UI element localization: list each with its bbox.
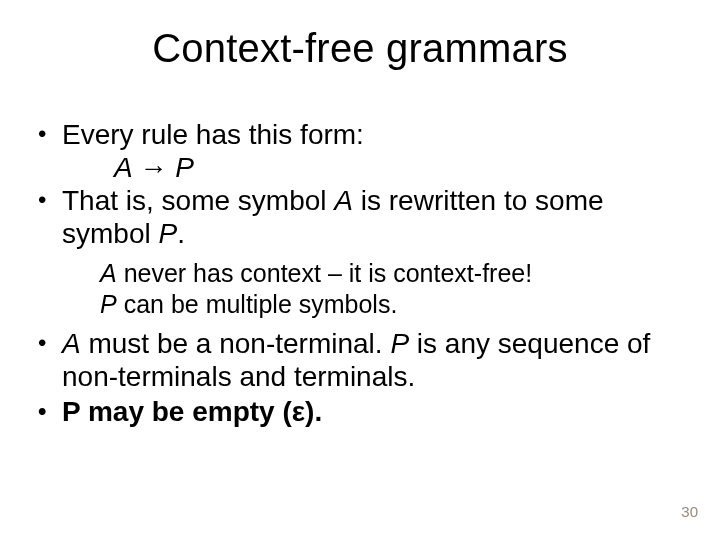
slide: Context-free grammars Every rule has thi… [0,0,720,540]
sub2-P: P [100,290,117,318]
bullet-list: Every rule has this form: A → P That is,… [36,118,684,428]
rule-formula: A → P [36,151,684,184]
formula-rhs: P [175,152,194,183]
bullet-2: That is, some symbol A is rewritten to s… [36,184,684,250]
bullet-4-text: P may be empty (ε). [62,396,322,427]
bullet-1-text: Every rule has this form: [62,119,364,150]
bullet-2-pre: That is, some symbol [62,185,334,216]
bullet-2-post: . [177,218,185,249]
bullet-2-P: P [158,218,177,249]
page-number: 30 [681,503,698,520]
bullet-3-mid1: must be a non-terminal. [81,328,391,359]
sub-block: A never has context – it is context-free… [36,258,684,319]
bullet-3-A: A [62,328,81,359]
bullet-3-P: P [390,328,409,359]
formula-lhs: A [114,152,132,183]
bullet-3: A must be a non-terminal. P is any seque… [36,327,684,393]
bullet-1: Every rule has this form: [36,118,684,151]
sub-line-1: A never has context – it is context-free… [100,258,684,289]
sub2-rest: can be multiple symbols. [117,290,398,318]
bullet-2-A: A [334,185,353,216]
bullet-4: P may be empty (ε). [36,395,684,428]
slide-title: Context-free grammars [0,26,720,71]
sub1-A: A [100,259,117,287]
slide-body: Every rule has this form: A → P That is,… [36,118,684,430]
arrow-icon: → [139,152,167,183]
sub-line-2: P can be multiple symbols. [100,289,684,320]
sub1-rest: never has context – it is context-free! [117,259,532,287]
